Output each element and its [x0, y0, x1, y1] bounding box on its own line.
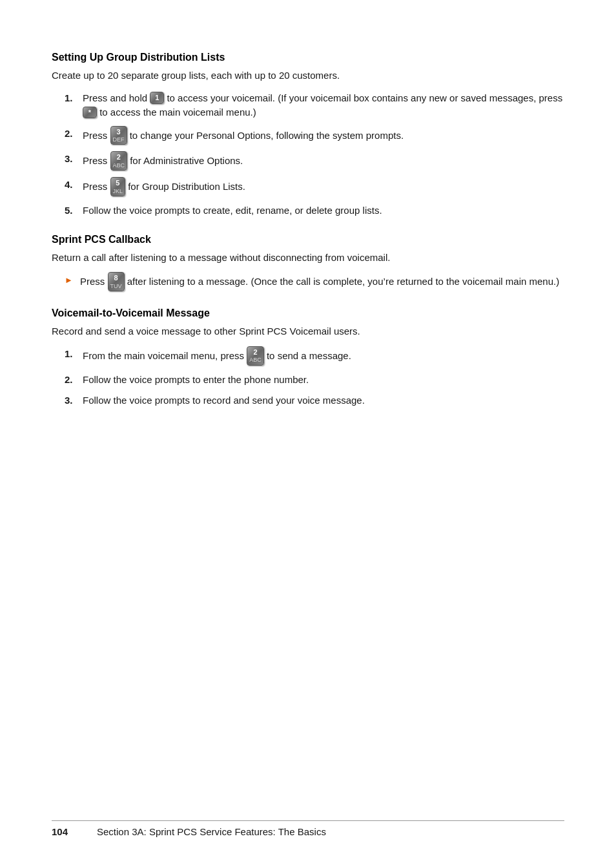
key-2-btn: 2ABC — [110, 151, 128, 171]
text-before: Follow the voice prompts to create, edit… — [83, 205, 382, 216]
text-before: Press — [83, 155, 110, 166]
list-num: 3. — [65, 393, 83, 408]
section-group-distribution: Setting Up Group Distribution Lists Crea… — [52, 52, 564, 218]
list-item: 3. Press 2ABC for Administrative Options… — [65, 152, 564, 171]
list-content: Follow the voice prompts to create, edit… — [83, 203, 564, 218]
text-before: Press and hold — [83, 92, 150, 103]
list-item: 1. From the main voicemail menu, press 2… — [65, 347, 564, 366]
list-content: Follow the voice prompts to record and s… — [83, 393, 564, 408]
text-end: to access the main voicemail menu.) — [97, 107, 256, 118]
list-num: 4. — [65, 178, 83, 192]
list-content: Follow the voice prompts to enter the ph… — [83, 373, 564, 388]
footer-page-number: 104 — [52, 826, 84, 837]
section-title-3: Voicemail-to-Voicemail Message — [52, 307, 564, 319]
list-num: 3. — [65, 152, 83, 167]
list-num: 2. — [65, 373, 83, 388]
section-desc-1: Create up to 20 separate group lists, ea… — [52, 68, 564, 83]
list-item: ► Press 8TUV after listening to a messag… — [65, 273, 564, 292]
text-only: Follow the voice prompts to enter the ph… — [83, 374, 309, 385]
text-after: to change your Personal Options, followi… — [130, 129, 404, 140]
section-title-1: Setting Up Group Distribution Lists — [52, 52, 564, 63]
list-content: Press 3DEF to change your Personal Optio… — [83, 127, 564, 146]
list-content: Press 8TUV after listening to a message.… — [80, 273, 564, 292]
list-num: 5. — [65, 203, 83, 218]
list-item: 5. Follow the voice prompts to create, e… — [65, 203, 564, 218]
list-item: 3. Follow the voice prompts to record an… — [65, 393, 564, 408]
bullet-list-1: ► Press 8TUV after listening to a messag… — [65, 273, 564, 292]
section-desc-3: Record and send a voice message to other… — [52, 324, 564, 339]
text-before: Press — [83, 129, 110, 140]
page-content: Setting Up Group Distribution Lists Crea… — [0, 0, 616, 475]
section-title-2: Sprint PCS Callback — [52, 234, 564, 245]
ordered-list-1: 1. Press and hold 1 to access your voice… — [65, 91, 564, 218]
list-content: From the main voicemail menu, press 2ABC… — [83, 347, 564, 366]
list-item: 2. Press 3DEF to change your Personal Op… — [65, 127, 564, 146]
text-only: Follow the voice prompts to record and s… — [83, 395, 365, 406]
key-star-btn: * — [83, 107, 97, 118]
text-after: after listening to a message. (Once the … — [127, 276, 560, 287]
text-before: Press — [80, 276, 108, 287]
list-num: 2. — [65, 127, 83, 141]
text-after: to send a message. — [267, 350, 351, 361]
ordered-list-2: 1. From the main voicemail menu, press 2… — [65, 347, 564, 408]
section-voicemail-to-voicemail: Voicemail-to-Voicemail Message Record an… — [52, 307, 564, 408]
section-sprint-pcs-callback: Sprint PCS Callback Return a call after … — [52, 234, 564, 292]
list-num: 1. — [65, 91, 83, 106]
list-content: Press 2ABC for Administrative Options. — [83, 152, 564, 171]
list-num: 1. — [65, 347, 83, 362]
text-mid: to access your voicemail. (If your voice… — [167, 92, 562, 103]
list-content: Press 5JKL for Group Distribution Lists. — [83, 178, 564, 197]
page-footer: 104 Section 3A: Sprint PCS Service Featu… — [52, 820, 564, 837]
key-8-btn: 8TUV — [108, 272, 125, 291]
key-1-btn: 1 — [150, 92, 164, 103]
key-3-btn: 3DEF — [110, 126, 127, 145]
bullet-arrow-icon: ► — [65, 274, 80, 287]
list-content: Press and hold 1 to access your voicemai… — [83, 91, 564, 120]
key-2b-btn: 2ABC — [247, 346, 264, 366]
text-before: Press — [83, 181, 110, 192]
text-after: for Group Distribution Lists. — [128, 181, 245, 192]
text-before: From the main voicemail menu, press — [83, 350, 247, 361]
list-item: 1. Press and hold 1 to access your voice… — [65, 91, 564, 120]
footer-section-title: Section 3A: Sprint PCS Service Features:… — [97, 826, 326, 837]
list-item: 4. Press 5JKL for Group Distribution Lis… — [65, 178, 564, 197]
text-after: for Administrative Options. — [130, 155, 243, 166]
section-desc-2: Return a call after listening to a messa… — [52, 251, 564, 265]
key-5-btn: 5JKL — [110, 177, 126, 196]
list-item: 2. Follow the voice prompts to enter the… — [65, 373, 564, 388]
